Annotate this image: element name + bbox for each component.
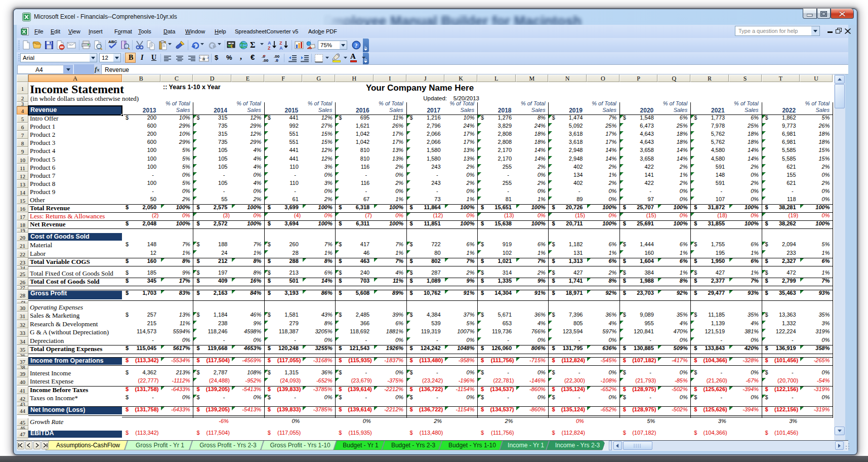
svg-text:€: € bbox=[230, 44, 233, 49]
svg-text:a: a bbox=[202, 56, 205, 61]
svg-text:.0: .0 bbox=[275, 58, 278, 63]
svg-text:Z: Z bbox=[268, 46, 271, 50]
svg-text:?: ? bbox=[355, 42, 358, 49]
svg-text:Z: Z bbox=[279, 41, 282, 46]
svg-text:A: A bbox=[279, 46, 283, 50]
svg-text:A: A bbox=[268, 41, 271, 46]
svg-text:ABC: ABC bbox=[108, 40, 117, 44]
svg-text:.00: .00 bbox=[263, 58, 269, 63]
